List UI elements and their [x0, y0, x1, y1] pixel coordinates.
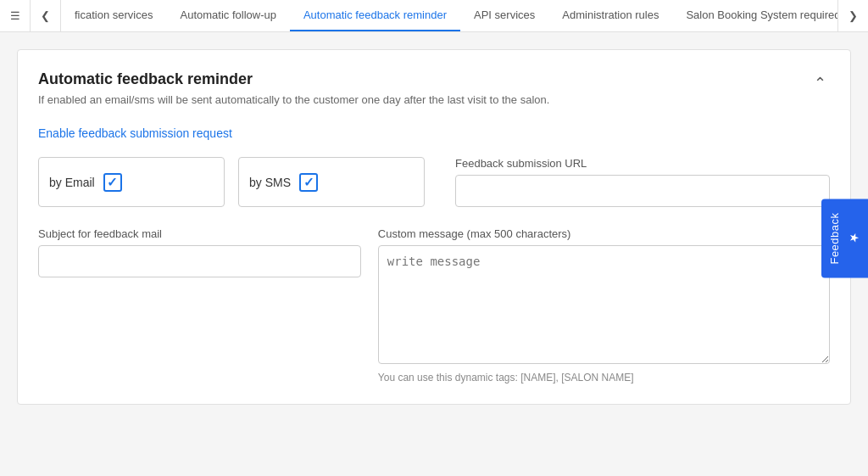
section-label: Enable feedback submission request: [38, 126, 830, 140]
prev-tab-button[interactable]: ❮: [31, 0, 61, 32]
subject-input[interactable]: [38, 245, 361, 277]
url-field-label: Feedback submission URL: [455, 157, 830, 170]
tabs-container: fication servicesAutomatic follow-upAuto…: [61, 0, 837, 32]
menu-icon: ☰: [10, 9, 20, 22]
chevron-right-icon: ❯: [849, 9, 858, 22]
top-row: by Email by SMS Feedback submission URL: [38, 157, 830, 207]
tab-automatic-feedback-reminder[interactable]: Automatic feedback reminder: [290, 0, 460, 32]
subject-field: Subject for feedback mail: [38, 227, 361, 384]
card-header-text: Automatic feedback reminder If enabled a…: [38, 70, 549, 106]
url-section: Feedback submission URL: [455, 157, 830, 207]
email-checkbox[interactable]: [103, 173, 122, 192]
tab-notification-services[interactable]: fication services: [61, 0, 166, 32]
subject-label: Subject for feedback mail: [38, 227, 361, 240]
next-tab-button[interactable]: ❯: [837, 0, 868, 32]
message-label: Custom message (max 500 characters): [378, 227, 830, 240]
message-field: Custom message (max 500 characters) You …: [378, 227, 830, 384]
star-icon: ★: [848, 232, 861, 245]
card: Automatic feedback reminder If enabled a…: [17, 49, 851, 405]
message-textarea[interactable]: [378, 245, 830, 364]
card-header: Automatic feedback reminder If enabled a…: [38, 70, 830, 106]
card-title: Automatic feedback reminder: [38, 70, 549, 88]
chevron-left-icon: ❮: [41, 9, 50, 22]
menu-button[interactable]: ☰: [0, 0, 31, 32]
sms-label: by SMS: [249, 176, 291, 189]
email-label: by Email: [49, 176, 95, 189]
sms-checkbox-item: by SMS: [238, 157, 425, 207]
tab-administration-rules[interactable]: Administration rules: [548, 0, 672, 32]
tab-automatic-follow-up[interactable]: Automatic follow-up: [166, 0, 289, 32]
card-subtitle: If enabled an email/sms will be sent aut…: [38, 93, 549, 106]
bottom-row: Subject for feedback mail Custom message…: [38, 227, 830, 384]
sms-checkbox[interactable]: [299, 173, 318, 192]
feedback-tab[interactable]: ★ Feedback: [821, 199, 868, 277]
feedback-tab-label: Feedback: [828, 212, 841, 264]
url-input[interactable]: [455, 175, 830, 207]
tab-bar: ☰ ❮ fication servicesAutomatic follow-up…: [0, 0, 868, 32]
hint-text: You can use this dynamic tags: [NAME], […: [378, 372, 830, 384]
main-content: Automatic feedback reminder If enabled a…: [0, 32, 868, 422]
checkbox-group: by Email by SMS: [38, 157, 438, 207]
tab-salon-booking-system[interactable]: Salon Booking System required pages: [672, 0, 837, 32]
email-checkbox-item: by Email: [38, 157, 225, 207]
collapse-button[interactable]: ⌃: [810, 70, 830, 96]
tab-api-services[interactable]: API services: [460, 0, 548, 32]
